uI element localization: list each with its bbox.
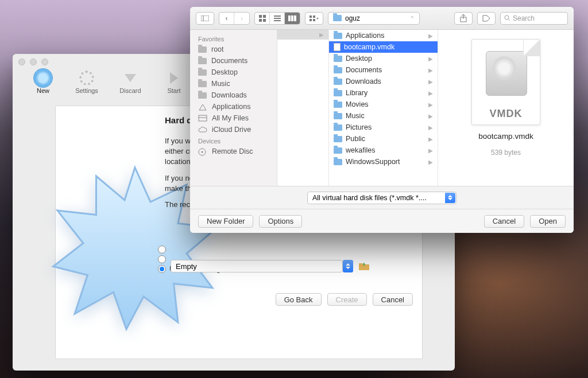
- svg-rect-10: [288, 15, 291, 21]
- share-button[interactable]: [454, 12, 473, 25]
- folder-icon: [334, 33, 342, 39]
- finder-footer: New Folder Options Cancel Open: [190, 209, 574, 233]
- view-icons[interactable]: [255, 13, 270, 24]
- finder-column-1: Applications▶bootcamp.vmdkDesktop▶Docume…: [329, 30, 438, 186]
- svg-rect-5: [259, 19, 262, 22]
- existing-disk-value: Empty: [176, 262, 197, 271]
- folder-icon: [334, 147, 342, 154]
- view-columns[interactable]: [285, 13, 300, 24]
- chevron-right-icon: ▶: [428, 124, 433, 131]
- options-button[interactable]: Options: [259, 215, 302, 228]
- sidebar-item-desktop[interactable]: Desktop: [190, 67, 277, 78]
- file-row-label: Movies: [346, 100, 369, 108]
- view-list[interactable]: [270, 13, 285, 24]
- file-row-label: Pictures: [346, 123, 372, 131]
- file-row-label: Music: [346, 112, 365, 120]
- sidebar-item-applications[interactable]: Applications: [190, 101, 277, 112]
- file-type-filter-label: All virtual hard disk files (*.vmdk *...…: [312, 194, 427, 202]
- search-field[interactable]: Search: [500, 12, 568, 25]
- file-row[interactable]: Desktop▶: [329, 53, 438, 64]
- file-row-label: Library: [346, 89, 368, 97]
- sidebar-item-documents[interactable]: Documents: [190, 55, 277, 67]
- chevron-right-icon: ▶: [428, 113, 433, 119]
- file-row-label: Downloads: [346, 77, 381, 85]
- nav-back[interactable]: ‹: [219, 13, 234, 24]
- file-row-label: Documents: [346, 66, 382, 74]
- file-row-label: WindowsSupport: [346, 158, 400, 166]
- svg-rect-21: [199, 115, 207, 121]
- toolbar-new[interactable]: New: [28, 69, 59, 101]
- create-button[interactable]: Create: [327, 293, 367, 306]
- existing-disk-stepper[interactable]: [343, 260, 353, 272]
- svg-rect-16: [313, 19, 315, 21]
- chevron-right-icon: ▶: [428, 67, 433, 73]
- view-mode-segment[interactable]: [254, 12, 300, 25]
- file-row-label: wekafiles: [346, 146, 375, 154]
- folder-icon: [334, 56, 342, 62]
- file-row[interactable]: Movies▶: [329, 99, 438, 110]
- file-row[interactable]: WindowsSupport▶: [329, 156, 438, 167]
- toolbar-start-label: Start: [167, 87, 180, 94]
- toolbar-discard[interactable]: Discard: [115, 69, 146, 101]
- sidebar-item-allmyfiles[interactable]: All My Files: [190, 112, 277, 124]
- column0-selected[interactable]: ▶: [277, 30, 328, 40]
- sidebar-item-remotedisc[interactable]: Remote Disc: [190, 146, 277, 157]
- nav-forward[interactable]: ›: [234, 13, 249, 24]
- sidebar-item-root[interactable]: root: [190, 44, 277, 55]
- nav-back-forward[interactable]: ‹›: [219, 12, 250, 25]
- file-row[interactable]: bootcamp.vmdk: [329, 41, 438, 53]
- chevron-right-icon: ▶: [428, 90, 433, 96]
- cloud-icon: [198, 126, 207, 133]
- preview-size: 539 bytes: [491, 149, 521, 157]
- finder-column-0: ▶: [277, 30, 329, 186]
- file-row[interactable]: Library▶: [329, 87, 438, 99]
- sidebar-devices-header: Devices: [190, 135, 277, 146]
- file-type-filter[interactable]: All virtual hard disk files (*.vmdk *...…: [307, 192, 457, 204]
- finder-cancel-button[interactable]: Cancel: [484, 215, 524, 228]
- svg-rect-6: [263, 19, 266, 22]
- cancel-button[interactable]: Cancel: [373, 293, 413, 306]
- svg-rect-4: [263, 15, 266, 18]
- file-row-label: Desktop: [346, 54, 372, 63]
- radio-do-not-add[interactable]: Do not add a virtual hard disk: [158, 245, 411, 254]
- folder-icon: [334, 90, 342, 96]
- chevron-right-icon: ▶: [428, 56, 433, 62]
- file-row-label: bootcamp.vmdk: [344, 43, 394, 51]
- svg-rect-13: [310, 15, 312, 18]
- file-row[interactable]: Applications▶: [329, 30, 438, 41]
- svg-rect-11: [291, 15, 293, 21]
- folder-icon: [334, 102, 342, 108]
- file-row[interactable]: Documents▶: [329, 64, 438, 76]
- arrange-menu[interactable]: [305, 12, 323, 25]
- chevron-right-icon: ▶: [428, 102, 433, 108]
- finder-preview-pane: VMDK bootcamp.vmdk 539 bytes: [438, 30, 574, 186]
- window-traffic-lights[interactable]: [18, 59, 48, 65]
- toolbar-start[interactable]: Start: [158, 69, 189, 101]
- file-row[interactable]: Public▶: [329, 133, 438, 145]
- sidebar-item-downloads[interactable]: Downloads: [190, 89, 277, 101]
- vmdk-file-icon: VMDK: [471, 39, 540, 125]
- path-popup[interactable]: oguz⌃: [328, 12, 420, 25]
- new-folder-button[interactable]: New Folder: [198, 215, 253, 228]
- go-back-button[interactable]: Go Back: [276, 293, 322, 306]
- toolbar-settings[interactable]: Settings: [71, 69, 102, 101]
- sidebar-toggle[interactable]: [196, 12, 214, 25]
- file-row[interactable]: Pictures▶: [329, 122, 438, 133]
- svg-rect-3: [259, 15, 262, 18]
- finder-open-panel: ‹› oguz⌃ Search Favorites root Documents…: [190, 7, 574, 233]
- sidebar-favorites-header: Favorites: [190, 33, 277, 44]
- existing-disk-select[interactable]: Empty: [171, 260, 343, 272]
- svg-rect-15: [310, 19, 312, 21]
- finder-open-button[interactable]: Open: [530, 215, 566, 228]
- allmyfiles-icon: [198, 115, 207, 122]
- sidebar-item-music[interactable]: Music: [190, 78, 277, 89]
- file-row[interactable]: wekafiles▶: [329, 145, 438, 156]
- sidebar-item-icloud[interactable]: iCloud Drive: [190, 124, 277, 135]
- applications-icon: [198, 103, 207, 110]
- tags-button[interactable]: [477, 12, 496, 25]
- file-row[interactable]: Music▶: [329, 110, 438, 122]
- folder-icon: [334, 124, 342, 131]
- file-row[interactable]: Downloads▶: [329, 76, 438, 87]
- path-label: oguz: [345, 14, 360, 22]
- browse-folder-icon[interactable]: [358, 260, 370, 272]
